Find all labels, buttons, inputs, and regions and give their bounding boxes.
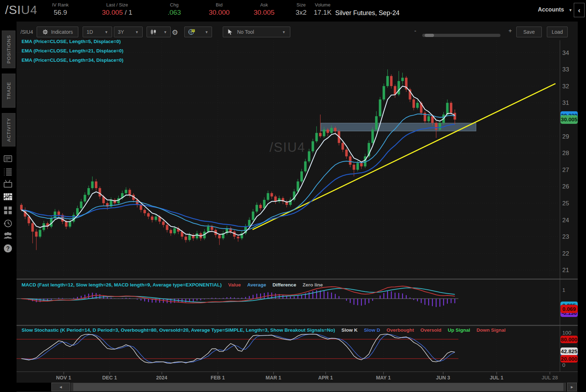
price-tick: 24 xyxy=(562,217,578,224)
axis-badge: 80.000 xyxy=(560,336,578,343)
scroll-left-button[interactable]: ◄ xyxy=(51,383,70,391)
candle xyxy=(323,130,325,136)
price-chart[interactable] xyxy=(17,40,560,276)
cursor-arrow-icon xyxy=(227,29,233,35)
indicators-label: Indicators xyxy=(51,29,73,35)
time-tick-mark xyxy=(326,372,326,374)
symbol-root: /SI xyxy=(5,3,21,17)
drawing-set-dropdown[interactable]: ▼ xyxy=(184,27,212,37)
price-tick: 34 xyxy=(562,50,578,57)
candle xyxy=(91,181,94,188)
right-gutter xyxy=(578,22,586,392)
accounts-dropdown[interactable]: Accounts ▼ xyxy=(538,6,572,13)
time-tick-label: APR 1 xyxy=(311,375,340,381)
sidebar-tv-icon[interactable] xyxy=(3,179,14,189)
ema-21-line xyxy=(22,114,455,230)
zoom-out-button[interactable]: - xyxy=(414,27,416,34)
stochastic-panel[interactable] xyxy=(17,326,560,372)
range-dropdown[interactable]: 3Y▼ xyxy=(114,27,143,37)
candle xyxy=(446,103,449,115)
time-axis[interactable]: NOV 1DEC 12024FEB 1MAR 1APR 1MAY 1JUN 3J… xyxy=(17,372,578,382)
timeframe-dropdown[interactable]: 1D▼ xyxy=(83,27,112,37)
price-tick: 33 xyxy=(562,66,578,73)
trading-platform: /SIU4 IV Rank56.9Last / Size30.005 / 1Ch… xyxy=(0,0,586,392)
sidebar-apps-grid-icon[interactable] xyxy=(3,205,14,215)
load-button[interactable]: Load xyxy=(547,27,568,37)
zoom-in-button[interactable]: + xyxy=(508,27,512,34)
time-tick-label: JUN 3 xyxy=(429,375,457,381)
zoom-slider[interactable] xyxy=(422,34,500,37)
collapse-panel-button[interactable]: ‹ xyxy=(574,3,585,17)
time-tick-label: DEC 1 xyxy=(95,375,124,381)
candle xyxy=(173,228,176,233)
sidebar-help-icon[interactable]: ? xyxy=(3,243,14,253)
time-tick-mark xyxy=(383,372,384,374)
time-tick-mark xyxy=(273,372,274,374)
range-value: 3Y xyxy=(118,29,124,35)
scrollbar-thumb[interactable] xyxy=(73,383,563,391)
candle xyxy=(95,181,97,188)
chevron-down-icon: ▼ xyxy=(282,30,286,34)
zoom-slider-thumb[interactable] xyxy=(425,34,434,37)
chevron-down-icon: ▼ xyxy=(105,30,108,34)
scroll-right-button[interactable]: ► xyxy=(567,383,577,391)
candle xyxy=(218,235,221,238)
header-symbol: /SIU4 xyxy=(5,3,37,17)
chevron-down-icon: ▼ xyxy=(135,30,139,34)
candle xyxy=(401,78,404,81)
indicators-icon xyxy=(42,29,49,35)
axis-badge: 42.825 xyxy=(560,347,578,355)
sidebar-tab-positions[interactable]: POSITIONS xyxy=(2,31,15,68)
macd-panel[interactable] xyxy=(17,281,560,324)
candle xyxy=(383,86,385,99)
candle xyxy=(263,200,266,208)
scrollbar-track[interactable] xyxy=(70,383,566,391)
candle xyxy=(453,113,456,120)
candle xyxy=(372,130,374,143)
chart-type-dropdown[interactable]: ▼ xyxy=(147,27,171,37)
sidebar-tab-trade[interactable]: TRADE xyxy=(2,74,15,108)
candle xyxy=(315,133,318,141)
candle xyxy=(140,205,142,210)
axis-badge: 0.069 xyxy=(560,305,578,313)
candle xyxy=(125,190,127,193)
candle xyxy=(84,195,86,202)
left-sidebar: POSITIONSTRADEACTIVITY? xyxy=(0,22,17,392)
panel-divider[interactable] xyxy=(17,279,578,280)
candle xyxy=(271,193,273,196)
last-price-badge: 30.005 xyxy=(560,115,578,124)
stat-volume: Volume17.1K xyxy=(305,2,340,17)
sidebar-chart-icon[interactable] xyxy=(3,192,14,202)
candle xyxy=(185,237,187,240)
save-button[interactable]: Save xyxy=(516,27,542,37)
price-tick: 21 xyxy=(562,267,578,274)
sidebar-tab-activity[interactable]: ACTIVITY xyxy=(2,113,15,146)
panel-divider[interactable] xyxy=(17,325,578,326)
sidebar-community-icon[interactable] xyxy=(3,230,14,241)
macd-value-line xyxy=(22,286,455,303)
candle xyxy=(334,128,337,131)
candlestick-chart-icon xyxy=(150,29,157,35)
price-tick: 23 xyxy=(562,233,578,241)
tool-dropdown[interactable]: No Tool ▼ xyxy=(223,27,290,37)
contract-title: Silver Futures, Sep-24 xyxy=(335,9,400,17)
sidebar-news-icon[interactable] xyxy=(3,154,14,164)
candle xyxy=(170,230,172,233)
candle xyxy=(267,193,269,200)
time-tick-mark xyxy=(497,372,497,374)
time-tick-mark xyxy=(64,372,64,374)
sidebar-history-icon[interactable] xyxy=(3,218,14,228)
chart-settings-gear-icon[interactable]: ⚙ xyxy=(172,28,178,37)
candle xyxy=(379,99,381,116)
candle xyxy=(327,130,329,133)
candle xyxy=(39,230,41,237)
candle xyxy=(349,157,351,165)
candle xyxy=(397,81,400,94)
trendline[interactable] xyxy=(253,84,555,230)
candle xyxy=(375,116,378,130)
stat-ask: Ask30.005 xyxy=(243,2,286,17)
price-tick: 28 xyxy=(562,150,578,157)
price-tick: 27 xyxy=(562,167,578,174)
sidebar-watchlist-icon[interactable] xyxy=(3,167,14,177)
indicators-button[interactable]: Indicators xyxy=(37,27,78,37)
